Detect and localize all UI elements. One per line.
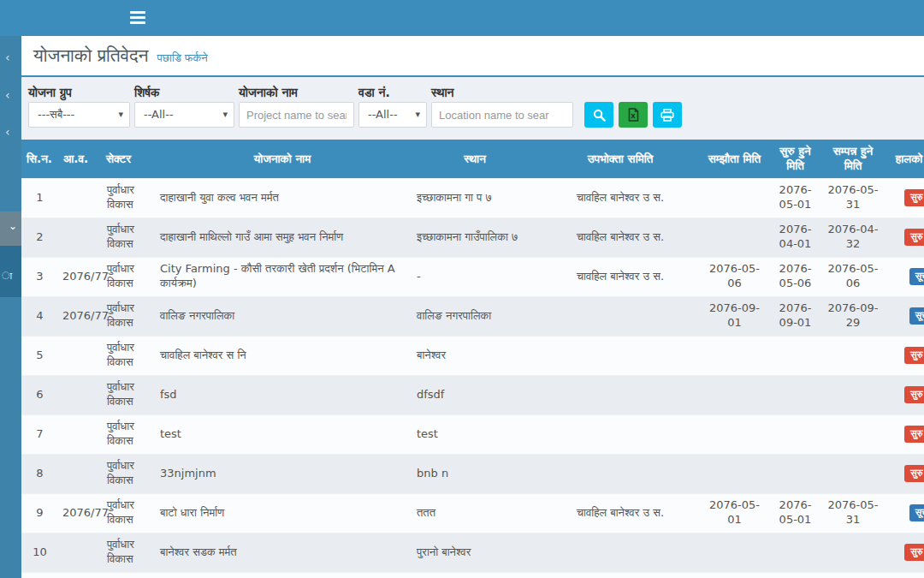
- table-row: 10 पुर्वाधार विकास बानेश्वर सडक मर्मत पु…: [21, 533, 924, 572]
- title-select[interactable]: --All-- ▾: [134, 102, 234, 128]
- table-row: 5 पुर्वाधार विकास चावहिल बानेश्वर स नि ब…: [21, 336, 924, 375]
- filter-project-name: योजनाको नाम: [239, 83, 354, 128]
- sidebar-collapse-chevron-left-icon[interactable]: ‹: [5, 51, 10, 63]
- filter-bar: योजना ग्रुप ---सबै--- ▾ शिर्षक --All-- ▾…: [21, 77, 924, 140]
- cell-agreement-date: 2076-05-01: [702, 493, 767, 533]
- cell-sector: पुर्वाधार विकास: [101, 414, 154, 454]
- header-location: स्थान: [411, 140, 539, 178]
- cell-status: सुरु नभए: [883, 454, 924, 493]
- header-consumer-committee: उपभोक्ता समिति: [539, 140, 702, 178]
- table-row: 2 पुर्वाधार विकास दाहाखानी माथिल्लो गाउँ…: [21, 217, 924, 257]
- cell-location: -: [411, 257, 539, 296]
- status-badge: सुरु नभए: [904, 386, 924, 403]
- cell-project-name: बानेश्वर सडक मर्मत: [154, 533, 411, 572]
- sidebar-submenu-item[interactable]: ा: [0, 246, 21, 297]
- cell-fiscal-year: [58, 572, 101, 578]
- cell-location: इच्छाकामना गाउँपालिका ७: [411, 217, 539, 257]
- cell-fiscal-year: [58, 414, 101, 454]
- cell-sn: 10: [21, 533, 58, 572]
- cell-sn: [21, 572, 58, 578]
- cell-start-date: [767, 336, 823, 375]
- table-row: 8 पुर्वाधार विकास 33njmjnm bnb n सुरु नभ…: [21, 454, 924, 493]
- filter-ward: वडा नं. --All-- ▾: [358, 83, 427, 128]
- filter-project-name-label: योजनाको नाम: [239, 83, 354, 102]
- cell-end-date: [823, 375, 883, 414]
- cell-location: dfsdf: [411, 375, 539, 414]
- back-link[interactable]: पछाडि फर्कने: [157, 51, 207, 65]
- filter-location-label: स्थान: [431, 83, 573, 102]
- table-row: [21, 572, 924, 578]
- cell-project-name: चावहिल बानेश्वर स नि: [154, 336, 411, 375]
- cell-location: पुरानो बानेश्वर: [411, 533, 539, 572]
- cell-location: बानेश्वर: [411, 336, 539, 375]
- cell-project-name: वालिङ नगरपालिका: [154, 296, 411, 336]
- cell-end-date: 2076-09-29: [823, 296, 883, 336]
- table-header-row: सि.न. आ.व. सेक्टर योजनाको नाम स्थान उपभो…: [21, 140, 924, 178]
- cell-sn: 4: [21, 296, 58, 336]
- cell-start-date: [767, 533, 823, 572]
- cell-consumer-committee: चावहिल बानेश्वर उ स.: [539, 178, 702, 217]
- header-fiscal-year: आ.व.: [58, 140, 101, 178]
- cell-status: सूचारू: [883, 493, 924, 533]
- cell-fiscal-year: [58, 217, 101, 257]
- cell-agreement-date: 2076-05-06: [702, 257, 767, 296]
- cell-project-name: दाहाखानी माथिल्लो गाउँ आमा समुह भवन निर्…: [154, 217, 411, 257]
- header-sn: सि.न.: [21, 140, 58, 178]
- filter-location: स्थान: [431, 83, 573, 128]
- cell-consumer-committee: [539, 375, 702, 414]
- chevron-down-icon: ▾: [222, 103, 228, 127]
- cell-sector: पुर्वाधार विकास: [101, 296, 154, 336]
- search-button[interactable]: [584, 102, 613, 128]
- sidebar-collapse-chevron-left-icon[interactable]: ‹: [5, 89, 10, 101]
- status-badge: सुरु नभए: [904, 229, 924, 246]
- cell-agreement-date: [702, 217, 767, 257]
- table-row: 3 2076/77 पुर्वाधार विकास City Farming -…: [21, 257, 924, 296]
- cell-fiscal-year: 2076/77: [58, 493, 101, 533]
- cell-end-date: [823, 572, 883, 578]
- status-badge: सुरु नभए: [904, 347, 924, 364]
- filter-project-group-label: योजना ग्रुप: [28, 83, 130, 102]
- cell-start-date: 2076-04-01: [767, 217, 823, 257]
- cell-consumer-committee: चावहिल बानेश्वर उ स.: [539, 217, 702, 257]
- cell-location: इच्छाकामना गा प ७: [411, 178, 539, 217]
- cell-start-date: [767, 454, 823, 493]
- search-icon: [593, 109, 606, 122]
- location-input[interactable]: [431, 102, 573, 128]
- header-project-name: योजनाको नाम: [154, 140, 411, 178]
- project-group-select[interactable]: ---सबै--- ▾: [28, 102, 130, 128]
- ward-select[interactable]: --All-- ▾: [358, 102, 427, 128]
- print-button[interactable]: [653, 102, 682, 128]
- main-content: योजनाको प्रतिवेदन पछाडि फर्कने योजना ग्र…: [21, 36, 924, 578]
- cell-project-name: 33njmjnm: [154, 454, 411, 493]
- cell-end-date: [823, 533, 883, 572]
- filter-title-label: शिर्षक: [134, 83, 234, 102]
- excel-export-button[interactable]: [619, 102, 648, 128]
- chevron-down-icon: ▾: [118, 103, 123, 127]
- table-row: 6 पुर्वाधार विकास fsd dfsdf सुरु नभए: [21, 375, 924, 414]
- cell-status: [883, 572, 924, 578]
- cell-consumer-committee: [539, 414, 702, 454]
- project-name-input[interactable]: [239, 102, 354, 128]
- filter-title: शिर्षक --All-- ▾: [134, 83, 234, 128]
- cell-agreement-date: 2076-09-01: [702, 296, 767, 336]
- cell-sector: पुर्वाधार विकास: [101, 533, 154, 572]
- cell-end-date: 2076-04-32: [823, 217, 883, 257]
- cell-consumer-committee: [539, 454, 702, 493]
- cell-sector: पुर्वाधार विकास: [101, 336, 154, 375]
- table-row: 9 2076/77 पुर्वाधार विकास बाटो धारा निर्…: [21, 493, 924, 533]
- cell-status: सुरु नभए: [883, 336, 924, 375]
- table-row: 7 पुर्वाधार विकास test test सुरु नभए: [21, 414, 924, 454]
- sidebar-item-active[interactable]: ⌄: [0, 212, 21, 246]
- filter-buttons: [584, 102, 687, 128]
- page-header: योजनाको प्रतिवेदन पछाडि फर्कने: [21, 36, 924, 77]
- header-start-date: सुरु हुने मिति: [767, 140, 823, 178]
- cell-sector: पुर्वाधार विकास: [101, 178, 154, 217]
- cell-agreement-date: [702, 572, 767, 578]
- sidebar-collapse-chevron-left-icon[interactable]: ‹: [5, 126, 10, 138]
- status-badge: सुरु नभए: [904, 465, 924, 482]
- cell-consumer-committee: [539, 336, 702, 375]
- cell-location: bnb n: [411, 454, 539, 493]
- status-badge: सुरु नभए: [904, 426, 924, 443]
- sidebar-toggle-hamburger-icon[interactable]: [130, 11, 147, 25]
- cell-status: सुरु नभए: [883, 533, 924, 572]
